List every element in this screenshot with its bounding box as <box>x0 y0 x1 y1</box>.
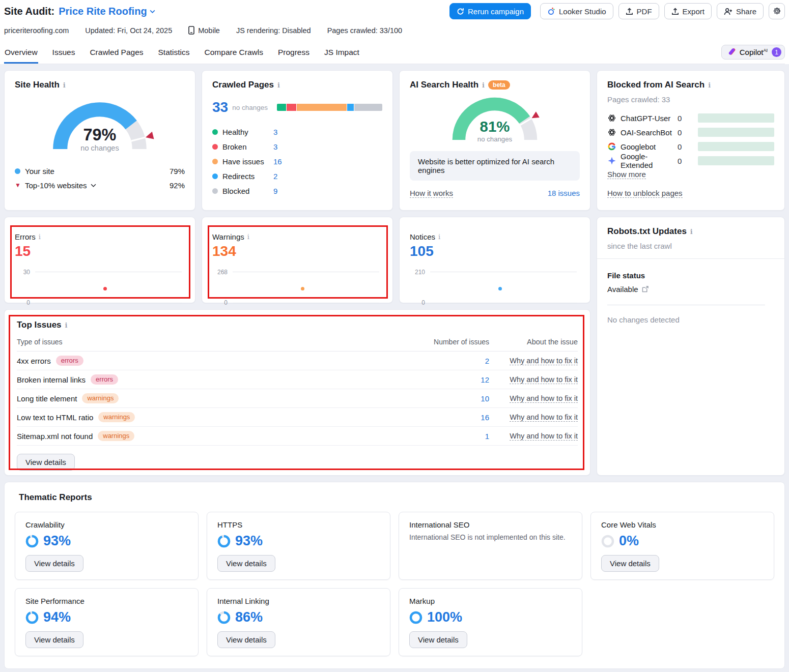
errors-value: 15 <box>15 243 185 259</box>
project-selector[interactable]: Price Rite Roofing <box>59 6 155 17</box>
top-issues-card: Top Issuesi Type of issues Number of iss… <box>4 309 590 476</box>
blocked-bar <box>698 142 774 151</box>
info-icon[interactable]: i <box>39 233 41 241</box>
warnings-badge: warnings <box>82 393 119 403</box>
svg-text:79%: 79% <box>83 126 117 144</box>
js-rendering: JS rendering: Disabled <box>236 26 311 35</box>
tab-issues[interactable]: Issues <box>52 46 76 64</box>
tab-overview[interactable]: Overview <box>4 46 38 64</box>
blue-dot-icon <box>212 173 218 179</box>
info-icon[interactable]: i <box>277 81 280 89</box>
view-details-button[interactable]: View details <box>217 631 275 648</box>
copilot-label: CopilotAI <box>740 48 768 56</box>
looker-studio-button[interactable]: Looker Studio <box>540 3 613 19</box>
errors-trend-chart: 30 0 <box>15 266 185 305</box>
ai-search-gauge: 81% no changes <box>445 90 545 146</box>
info-icon[interactable]: i <box>438 233 440 241</box>
ai-search-health-title: AI Search Health <box>410 80 478 90</box>
legend-your-site: Your site 79% <box>15 164 185 178</box>
warnings-trend-chart: 268 0 <box>212 266 382 305</box>
share-button[interactable]: Share <box>717 3 764 19</box>
thematic-reports-title: Thematic Reports <box>19 492 774 503</box>
rerun-campaign-button[interactable]: Rerun campaign <box>449 3 531 19</box>
beta-badge: beta <box>488 80 510 90</box>
tab-compare-crawls[interactable]: Compare Crawls <box>204 46 264 64</box>
markup-card: Markup 100% View details <box>399 588 582 656</box>
why-how-fix-link[interactable]: Why and how to fix it <box>510 394 578 403</box>
copilot-button[interactable]: CopilotAI 1 <box>721 45 785 60</box>
crawled-pages-title: Crawled Pages <box>212 80 274 90</box>
benchmark-marker <box>532 111 540 118</box>
legend-top10-websites[interactable]: ▼ Top-10% websites 92% <box>15 178 185 192</box>
gear-icon <box>772 7 781 16</box>
progress-ring <box>601 535 614 548</box>
google-extended-icon <box>607 156 616 165</box>
bar-segment-broken <box>287 104 296 111</box>
site-performance-card: Site Performance 94% View details <box>15 588 199 656</box>
view-details-button[interactable]: View details <box>17 454 75 471</box>
how-it-works-link[interactable]: How it works <box>410 189 453 198</box>
ai-search-health-card: AI Search Health i beta 81% no changes W… <box>399 70 590 211</box>
settings-button[interactable] <box>769 3 785 19</box>
blocked-ai-title: Blocked from AI Search <box>607 80 705 90</box>
bot-row-oai-searchbot: OAI-SearchBot 0 <box>607 125 774 139</box>
how-to-unblock-link[interactable]: How to unblock pages <box>607 189 683 198</box>
view-details-button[interactable]: View details <box>25 631 83 648</box>
why-how-fix-link[interactable]: Why and how to fix it <box>510 357 578 365</box>
site-health-gauge: 79% no changes <box>45 94 155 156</box>
export-button[interactable]: Export <box>664 3 712 19</box>
pdf-button[interactable]: PDF <box>618 3 659 19</box>
bar-segment-have-issues <box>297 104 347 111</box>
view-details-button[interactable]: View details <box>409 631 467 648</box>
warnings-badge: warnings <box>98 431 134 441</box>
info-icon[interactable]: i <box>708 81 711 89</box>
errors-card: Errorsi 15 30 0 <box>4 217 195 303</box>
why-how-fix-link[interactable]: Why and how to fix it <box>510 413 578 422</box>
progress-ring <box>217 611 231 624</box>
legend-broken: Broken 3 <box>212 139 382 154</box>
table-row: Low text to HTML ratiowarnings 16 Why an… <box>17 408 578 427</box>
notices-card: Noticesi 105 210 0 <box>399 217 590 303</box>
tab-statistics[interactable]: Statistics <box>158 46 190 64</box>
table-row: Long title elementwarnings 10 Why and ho… <box>17 389 578 408</box>
bar-segment-healthy <box>277 104 286 111</box>
issue-count-link[interactable]: 12 <box>425 375 491 384</box>
errors-badge: errors <box>91 374 118 385</box>
why-how-fix-link[interactable]: Why and how to fix it <box>510 432 578 441</box>
progress-ring <box>409 611 422 624</box>
issue-count-link[interactable]: 2 <box>425 357 491 365</box>
issue-count-link[interactable]: 1 <box>425 432 491 441</box>
bar-segment-redirects <box>347 104 353 111</box>
international-seo-message: International SEO is not implemented on … <box>409 533 572 541</box>
info-icon[interactable]: i <box>482 81 485 89</box>
issue-count-link[interactable]: 16 <box>425 413 491 422</box>
show-more-link[interactable]: Show more <box>607 170 646 179</box>
internal-linking-card: Internal Linking 86% View details <box>207 588 390 656</box>
external-link-icon[interactable] <box>642 286 649 293</box>
tab-crawled-pages[interactable]: Crawled Pages <box>89 46 144 64</box>
info-icon[interactable]: i <box>63 81 66 89</box>
ai-issues-link[interactable]: 18 issues <box>548 189 580 198</box>
refresh-icon <box>457 8 464 15</box>
tab-progress[interactable]: Progress <box>277 46 310 64</box>
why-how-fix-link[interactable]: Why and how to fix it <box>510 375 578 384</box>
page-title: Site Audit: Price Rite Roofing <box>4 6 155 17</box>
info-icon[interactable]: i <box>247 233 249 241</box>
info-icon[interactable]: i <box>65 322 68 329</box>
svg-text:81%: 81% <box>480 118 510 135</box>
info-icon[interactable]: i <box>690 228 693 236</box>
site-health-card: Site Healthi 79% no changes Your site <box>4 70 195 211</box>
tab-js-impact[interactable]: JS Impact <box>324 46 360 64</box>
chevron-down-icon <box>91 184 96 187</box>
notices-data-point <box>498 287 502 290</box>
mobile-icon <box>188 26 194 35</box>
issue-count-link[interactable]: 10 <box>425 394 491 403</box>
view-details-button[interactable]: View details <box>601 555 659 572</box>
view-details-button[interactable]: View details <box>25 555 83 572</box>
green-dot-icon <box>212 129 218 135</box>
red-dot-icon <box>212 144 218 150</box>
bot-row-google-extended: Google-Extended 0 <box>607 154 774 168</box>
ai-health-message: Website is better optimized for AI searc… <box>410 151 580 181</box>
table-row: Sitemap.xml not foundwarnings 1 Why and … <box>17 427 578 446</box>
view-details-button[interactable]: View details <box>217 555 275 572</box>
